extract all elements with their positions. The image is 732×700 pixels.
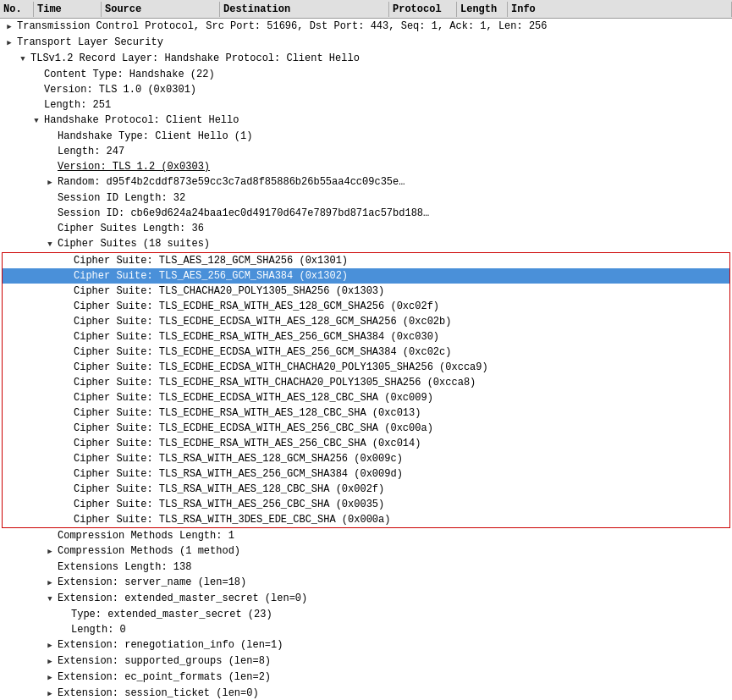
tree-line-text: Version: TLS 1.0 (0x0301) [42, 83, 732, 96]
tree-line-text: Extension: session_ticket (len=0) [56, 686, 732, 700]
tree-line-text: Random: d95f4b2cddf873e59cc3c7ad8f85886b… [56, 175, 732, 189]
tree-line[interactable]: Extension: renegotiation_info (len=1) [0, 637, 732, 653]
tree-line-text: Session ID Length: 32 [56, 191, 732, 205]
tree-line[interactable]: Type: extended_master_secret (23) [0, 607, 732, 622]
tree-toggle[interactable] [44, 544, 56, 559]
tree-line-text: Cipher Suite: TLS_CHACHA20_POLY1305_SHA2… [72, 284, 729, 298]
tree-line[interactable]: Cipher Suite: TLS_AES_128_GCM_SHA256 (0x… [3, 253, 729, 268]
tree-line-text: Cipher Suite: TLS_RSA_WITH_3DES_EDE_CBC_… [72, 513, 729, 526]
tree-toggle[interactable] [17, 52, 29, 66]
tree-line-text: Transmission Control Protocol, Src Port:… [15, 19, 732, 33]
tree-line[interactable]: Handshake Protocol: Client Hello [0, 113, 732, 129]
tree-line[interactable]: Extension: extended_master_secret (len=0… [0, 591, 732, 607]
tree-line[interactable]: Extension: ec_point_formats (len=2) [0, 670, 732, 686]
tree-toggle[interactable] [44, 237, 56, 251]
tree-line-text: Cipher Suite: TLS_RSA_WITH_AES_256_CBC_S… [72, 498, 729, 511]
tree-line[interactable]: Cipher Suite: TLS_RSA_WITH_AES_128_GCM_S… [3, 451, 729, 466]
tree-line[interactable]: Version: TLS 1.0 (0x0301) [0, 82, 732, 97]
tree-line[interactable]: Cipher Suite: TLS_ECDHE_RSA_WITH_AES_128… [3, 405, 729, 421]
tree-line[interactable]: Session ID: cb6e9d624a24baa1ec0d49170d64… [0, 206, 732, 221]
tree-line[interactable]: Transmission Control Protocol, Src Port:… [0, 19, 732, 35]
col-header-no: No. [0, 2, 34, 17]
tree-line[interactable]: Cipher Suite: TLS_ECDHE_RSA_WITH_AES_128… [3, 299, 729, 314]
tree-line-text: Transport Layer Security [15, 36, 732, 49]
tree-toggle[interactable] [44, 686, 56, 700]
tree-line[interactable]: Version: TLS 1.2 (0x0303) [0, 159, 732, 174]
tree-line[interactable]: Cipher Suite: TLS_ECDHE_ECDSA_WITH_AES_1… [3, 314, 729, 329]
tree-line[interactable]: Compression Methods Length: 1 [0, 528, 732, 543]
tree-line[interactable]: Cipher Suite: TLS_ECDHE_RSA_WITH_AES_256… [3, 329, 729, 344]
tree-toggle[interactable] [44, 576, 56, 590]
tree-line[interactable]: Transport Layer Security [0, 35, 732, 51]
tree-line-text: Cipher Suite: TLS_RSA_WITH_AES_128_CBC_S… [72, 482, 729, 496]
tree-line[interactable]: Extension: server_name (len=18) [0, 575, 732, 591]
tree-line[interactable]: Cipher Suites Length: 36 [0, 221, 732, 236]
tree-line-text: Cipher Suite: TLS_AES_128_GCM_SHA256 (0x… [72, 254, 729, 267]
tree-line-text: Version: TLS 1.2 (0x0303) [56, 160, 732, 174]
tree-line[interactable]: Cipher Suite: TLS_ECDHE_ECDSA_WITH_CHACH… [3, 360, 729, 375]
tree-line[interactable]: Cipher Suite: TLS_RSA_WITH_AES_256_GCM_S… [3, 466, 729, 482]
tree-toggle[interactable] [44, 175, 56, 190]
tree-line[interactable]: Cipher Suite: TLS_ECDHE_ECDSA_WITH_AES_2… [3, 344, 729, 360]
tree-line[interactable]: Length: 247 [0, 144, 732, 159]
tree-line-text: Cipher Suite: TLS_ECDHE_ECDSA_WITH_AES_1… [72, 315, 729, 328]
tree-toggle[interactable] [3, 36, 15, 50]
tree-toggle[interactable] [44, 654, 56, 669]
tree-line-text: Cipher Suite: TLS_ECDHE_RSA_WITH_AES_128… [72, 300, 729, 313]
tree-line[interactable]: Cipher Suite: TLS_RSA_WITH_3DES_EDE_CBC_… [3, 512, 729, 527]
col-header-source: Source [102, 2, 220, 17]
tree-line-text: Length: 0 [69, 623, 732, 637]
tree-line[interactable]: Length: 251 [0, 97, 732, 113]
tree-line-text: Extensions Length: 138 [56, 560, 732, 574]
tree-line[interactable]: Session ID Length: 32 [0, 190, 732, 206]
tree-line-text: Cipher Suite: TLS_ECDHE_ECDSA_WITH_AES_2… [72, 345, 729, 359]
cipher-suites-box: Cipher Suite: TLS_AES_128_GCM_SHA256 (0x… [2, 252, 730, 528]
tree-line[interactable]: Cipher Suite: TLS_RSA_WITH_AES_128_CBC_S… [3, 482, 729, 497]
tree-line[interactable]: Extension: supported_groups (len=8) [0, 653, 732, 670]
tree-line-text: Cipher Suite: TLS_RSA_WITH_AES_128_GCM_S… [72, 452, 729, 466]
table-header: No. Time Source Destination Protocol Len… [0, 0, 732, 19]
packet-detail-tree: Transmission Control Protocol, Src Port:… [0, 19, 732, 700]
tree-line-text: Cipher Suite: TLS_ECDHE_ECDSA_WITH_AES_1… [72, 391, 729, 405]
tree-line[interactable]: TLSv1.2 Record Layer: Handshake Protocol… [0, 51, 732, 67]
tree-line[interactable]: Cipher Suite: TLS_CHACHA20_POLY1305_SHA2… [3, 284, 729, 299]
tree-line-text: Compression Methods Length: 1 [56, 529, 732, 543]
tree-line[interactable]: Content Type: Handshake (22) [0, 67, 732, 82]
tree-line-text: Cipher Suites Length: 36 [56, 222, 732, 235]
tree-toggle[interactable] [30, 113, 42, 128]
tree-line-text: Handshake Type: Client Hello (1) [56, 130, 732, 143]
tree-line[interactable]: Cipher Suite: TLS_ECDHE_ECDSA_WITH_AES_2… [3, 421, 729, 436]
tree-line[interactable]: Handshake Type: Client Hello (1) [0, 129, 732, 144]
tree-toggle[interactable] [44, 638, 56, 653]
tree-line[interactable]: Length: 0 [0, 622, 732, 637]
tree-line[interactable]: Extension: session_ticket (len=0) [0, 686, 732, 700]
tree-line-text: Session ID: cb6e9d624a24baa1ec0d49170d64… [56, 207, 732, 220]
tree-line-text: Length: 247 [56, 145, 732, 158]
tree-toggle[interactable] [3, 19, 15, 34]
tree-line[interactable]: Compression Methods (1 method) [0, 543, 732, 559]
tree-line[interactable]: Cipher Suite: TLS_ECDHE_RSA_WITH_AES_256… [3, 436, 729, 451]
tree-line[interactable]: Random: d95f4b2cddf873e59cc3c7ad8f85886b… [0, 174, 732, 190]
tree-line-text: Type: extended_master_secret (23) [69, 608, 732, 621]
tree-line-text: Extension: renegotiation_info (len=1) [56, 638, 732, 652]
tree-line-text: Handshake Protocol: Client Hello [42, 113, 732, 127]
tree-toggle[interactable] [44, 670, 56, 685]
tree-line-text: Cipher Suite: TLS_ECDHE_RSA_WITH_AES_128… [72, 406, 729, 420]
col-header-destination: Destination [220, 2, 389, 17]
tree-line-text: Cipher Suite: TLS_RSA_WITH_AES_256_GCM_S… [72, 467, 729, 481]
tree-line-text: Cipher Suite: TLS_AES_256_GCM_SHA384 (0x… [72, 269, 729, 283]
tree-line-text: Compression Methods (1 method) [56, 544, 732, 558]
tree-line-text: Extension: ec_point_formats (len=2) [56, 670, 732, 684]
tree-line[interactable]: Extensions Length: 138 [0, 559, 732, 575]
tree-toggle[interactable] [44, 592, 56, 606]
tree-line[interactable]: Cipher Suite: TLS_ECDHE_RSA_WITH_CHACHA2… [3, 375, 729, 390]
tree-line[interactable]: Cipher Suites (18 suites) [0, 236, 732, 252]
tree-line[interactable]: Cipher Suite: TLS_RSA_WITH_AES_256_CBC_S… [3, 497, 729, 512]
tree-line-text: Cipher Suite: TLS_ECDHE_RSA_WITH_CHACHA2… [72, 376, 729, 389]
tree-line[interactable]: Cipher Suite: TLS_AES_256_GCM_SHA384 (0x… [3, 268, 729, 284]
tree-line[interactable]: Cipher Suite: TLS_ECDHE_ECDSA_WITH_AES_1… [3, 390, 729, 405]
tree-line-text: Length: 251 [42, 98, 732, 112]
tree-line-text: Cipher Suites (18 suites) [56, 237, 732, 251]
tree-line-text: Cipher Suite: TLS_ECDHE_ECDSA_WITH_CHACH… [72, 361, 729, 374]
col-header-time: Time [34, 2, 102, 17]
